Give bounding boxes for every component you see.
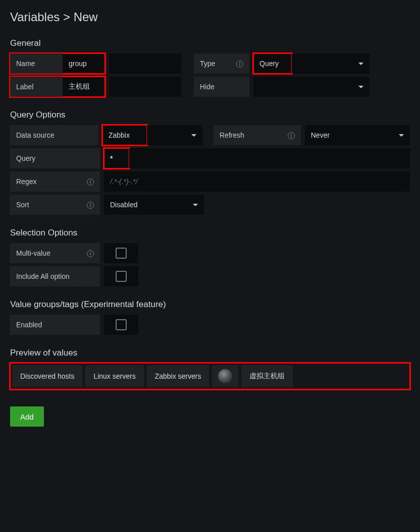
include-all-checkbox[interactable] — [116, 271, 127, 282]
type-select-value[interactable]: Query — [253, 53, 292, 74]
label-input-extra[interactable] — [109, 77, 182, 97]
query-input-highlight[interactable] — [104, 148, 129, 168]
sort-select[interactable]: Disabled — [104, 195, 204, 215]
data-source-value-box[interactable]: Zabbix — [102, 125, 147, 145]
type-select-caret-area[interactable] — [292, 53, 370, 74]
sort-value-text: Disabled — [110, 201, 137, 209]
sort-label: Sort i — [10, 195, 100, 215]
enabled-checkbox-wrap — [104, 315, 138, 335]
preview-value-pill: Zabbix servers — [147, 365, 209, 387]
refresh-label: Refresh i — [214, 125, 301, 145]
multi-value-checkbox[interactable] — [116, 248, 127, 259]
enabled-label: Enabled — [10, 315, 100, 335]
highlight-label-field: Label — [10, 77, 105, 97]
chevron-down-icon — [358, 63, 363, 65]
highlight-name-label: Name — [10, 53, 105, 74]
hide-label: Hide — [194, 77, 249, 97]
chevron-down-icon — [193, 204, 198, 206]
include-all-checkbox-wrap — [104, 266, 138, 286]
section-preview-heading: Preview of values — [10, 348, 410, 358]
page-title: Variables > New — [10, 10, 410, 24]
query-input-rest[interactable] — [129, 148, 410, 168]
chevron-down-icon — [191, 134, 196, 137]
info-icon: i — [82, 201, 94, 209]
chevron-down-icon — [358, 86, 363, 88]
type-label: Type i — [194, 53, 249, 74]
preview-value-pill-icon — [212, 365, 238, 387]
multi-value-label-text: Multi-value — [16, 249, 50, 257]
sort-label-text: Sort — [16, 201, 29, 209]
regex-label: Regex i — [10, 171, 100, 192]
data-source-caret-area[interactable] — [147, 125, 202, 145]
section-general-heading: General — [10, 38, 410, 48]
include-all-label: Include All option — [10, 266, 100, 286]
section-query-options-heading: Query Options — [10, 110, 410, 120]
info-icon: i — [82, 178, 94, 186]
section-value-groups-heading: Value groups/tags (Experimental feature) — [10, 300, 410, 310]
name-input-extra[interactable] — [109, 53, 182, 74]
name-label: Name — [10, 53, 63, 74]
section-selection-options-heading: Selection Options — [10, 228, 410, 238]
info-icon: i — [82, 249, 94, 257]
type-value-text: Query — [259, 60, 279, 68]
multi-value-checkbox-wrap — [104, 243, 138, 263]
chevron-down-icon — [399, 134, 404, 137]
obscured-icon — [218, 369, 232, 383]
data-source-label: Data source — [10, 125, 98, 145]
name-input[interactable] — [63, 53, 105, 74]
preview-value-pill: 虚拟主机组 — [241, 365, 293, 387]
add-button[interactable]: Add — [10, 406, 44, 427]
label-input[interactable] — [63, 77, 105, 97]
refresh-label-text: Refresh — [220, 131, 244, 139]
preview-value-pill: Linux servers — [85, 365, 143, 387]
hide-select[interactable] — [253, 77, 370, 97]
type-label-text: Type — [200, 60, 215, 68]
query-label: Query — [10, 148, 100, 168]
regex-label-text: Regex — [16, 178, 36, 186]
label-label: Label — [10, 77, 63, 97]
refresh-value-text: Never — [311, 131, 330, 139]
data-source-value-text: Zabbix — [109, 131, 130, 139]
enabled-checkbox[interactable] — [116, 319, 127, 330]
refresh-select[interactable]: Never — [305, 125, 410, 145]
preview-value-pill: Discovered hosts — [12, 365, 82, 387]
info-icon: i — [283, 131, 295, 139]
regex-input[interactable] — [104, 171, 410, 192]
preview-values-container: Discovered hosts Linux servers Zabbix se… — [10, 363, 410, 389]
info-icon: i — [231, 60, 243, 68]
multi-value-label: Multi-value i — [10, 243, 100, 263]
